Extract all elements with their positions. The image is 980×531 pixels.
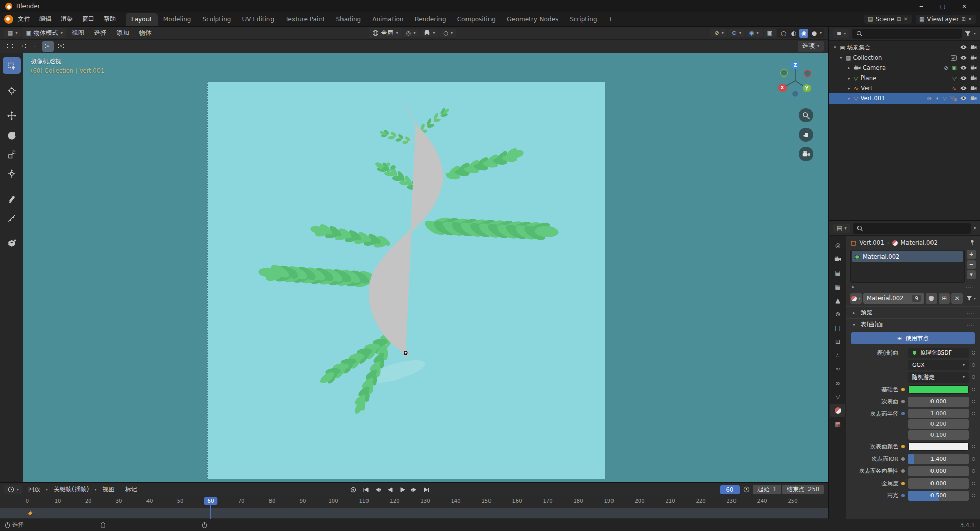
- base-color-swatch[interactable]: [908, 385, 969, 394]
- tab-sculpting[interactable]: Sculpting: [197, 13, 236, 26]
- decorator-dot[interactable]: [972, 412, 975, 415]
- users-count[interactable]: 9: [912, 295, 921, 302]
- xray-toggle[interactable]: ▣: [764, 29, 776, 37]
- specular-slider[interactable]: 0.500: [908, 491, 969, 501]
- frame-start-field[interactable]: 起始1: [753, 485, 781, 494]
- timeline-menu-view[interactable]: 视图: [97, 484, 119, 495]
- decorator-dot[interactable]: [972, 469, 975, 473]
- breadcrumb-object[interactable]: Vert.001: [859, 239, 884, 246]
- hide-icon[interactable]: [960, 75, 967, 81]
- anim-indicator[interactable]: [901, 482, 905, 485]
- properties-options-caret[interactable]: ▾: [974, 226, 976, 231]
- tab-geometry-nodes[interactable]: Geometry Nodes: [501, 13, 564, 26]
- menu-select[interactable]: 选择: [90, 27, 111, 39]
- menu-window[interactable]: 窗口: [78, 13, 99, 25]
- scene-unlink-icon[interactable]: ✕: [903, 16, 908, 22]
- hide-icon[interactable]: [960, 55, 967, 60]
- properties-search-input[interactable]: [853, 223, 971, 234]
- menu-view[interactable]: 视图: [67, 27, 89, 39]
- sss-ior-slider[interactable]: 1.400: [908, 454, 969, 464]
- scene-new-icon[interactable]: ⊞: [897, 16, 901, 22]
- gizmos-dropdown[interactable]: ⊕▾: [728, 29, 745, 37]
- render-toggle-icon[interactable]: [970, 75, 977, 81]
- material-slot-list[interactable]: Material.002: [850, 250, 965, 283]
- fake-user-button[interactable]: [926, 293, 937, 304]
- zoom-button[interactable]: [799, 108, 813, 122]
- hide-icon[interactable]: [960, 65, 967, 70]
- select-subtract-button[interactable]: −: [30, 41, 41, 52]
- viewport-canvas[interactable]: 摄像机透视 (60) Collection | Vert.001 Z X: [23, 53, 828, 482]
- close-button[interactable]: ✕: [953, 0, 975, 12]
- sss-method-dropdown[interactable]: 随机游走▾: [908, 372, 969, 383]
- copy-material-button[interactable]: ⊞: [939, 293, 950, 304]
- axis-y[interactable]: Y: [803, 84, 811, 92]
- breadcrumb-material[interactable]: Material.002: [901, 239, 938, 246]
- radius-x-field[interactable]: 1.000: [908, 409, 969, 418]
- tab-physics[interactable]: ≈: [830, 363, 845, 375]
- axis-z[interactable]: Z: [791, 61, 799, 69]
- proportional-edit-toggle[interactable]: ○▾: [439, 29, 456, 37]
- render-toggle-icon[interactable]: [970, 55, 977, 60]
- viewlayer-new-icon[interactable]: ⊞: [961, 16, 965, 22]
- select-invert-button[interactable]: ∗: [42, 41, 54, 52]
- next-keyframe-button[interactable]: [409, 485, 420, 494]
- tool-transform[interactable]: [3, 165, 21, 182]
- tab-uv-editing[interactable]: UV Editing: [236, 13, 280, 26]
- add-slot-button[interactable]: +: [967, 250, 976, 259]
- outliner-options-caret[interactable]: ▾: [974, 31, 976, 36]
- outliner-row-vert[interactable]: ▸ ∿ Vert ∿: [829, 83, 980, 93]
- outliner-row-scene-collection[interactable]: ▾ ▣ 场景集合: [829, 42, 980, 53]
- tab-material[interactable]: [830, 404, 845, 417]
- tool-rotate[interactable]: [3, 127, 21, 143]
- tab-tool[interactable]: ◎: [830, 239, 845, 251]
- menu-file[interactable]: 文件: [13, 13, 35, 25]
- anim-indicator[interactable]: [901, 469, 905, 473]
- axis-neg-y[interactable]: [781, 70, 788, 77]
- outliner-search-input[interactable]: [852, 29, 962, 39]
- tab-particles[interactable]: ∴: [830, 349, 845, 362]
- properties-editor-type-button[interactable]: ▤▾: [833, 224, 850, 233]
- metallic-slider[interactable]: 0.000: [908, 478, 969, 489]
- timeline-editor-type-button[interactable]: ▾: [4, 485, 22, 494]
- anim-indicator[interactable]: [901, 412, 905, 415]
- outliner-editor-type-button[interactable]: ≡▾: [833, 29, 849, 38]
- overlays-dropdown[interactable]: ◉▾: [746, 29, 763, 37]
- editor-type-button[interactable]: ▦▾: [4, 29, 21, 37]
- pan-button[interactable]: [799, 128, 813, 142]
- scene-selector[interactable]: ▤ Scene ⊞ ✕: [864, 15, 912, 24]
- play-button[interactable]: [397, 485, 408, 494]
- prev-keyframe-button[interactable]: [372, 485, 383, 494]
- pivot-point-dropdown[interactable]: ◎▾: [403, 29, 420, 37]
- tab-modeling[interactable]: Modeling: [158, 13, 197, 26]
- exclude-checkbox[interactable]: ✓: [951, 55, 957, 61]
- decorator-dot[interactable]: [972, 375, 975, 379]
- slot-list-expander[interactable]: ▸ ∷∷: [846, 283, 980, 291]
- playhead-badge[interactable]: 60: [204, 497, 217, 505]
- snap-toggle[interactable]: ▾: [420, 29, 438, 37]
- tool-scale[interactable]: [3, 146, 21, 163]
- render-toggle-icon[interactable]: [970, 86, 977, 91]
- outliner-row-plane[interactable]: ▸ ▽ Plane ▽: [829, 73, 980, 83]
- current-frame-field[interactable]: 60: [720, 485, 740, 494]
- menu-object[interactable]: 物体: [135, 27, 156, 39]
- decorator-dot[interactable]: [972, 445, 975, 448]
- anim-indicator[interactable]: [901, 388, 905, 391]
- radius-y-field[interactable]: 0.200: [908, 419, 969, 429]
- tab-scene[interactable]: ▲: [830, 294, 845, 307]
- tab-object[interactable]: □: [830, 321, 845, 334]
- timeline-menu-keying[interactable]: 关键帧(插帧): [49, 484, 93, 495]
- menu-render[interactable]: 渲染: [56, 13, 78, 25]
- timeline-track[interactable]: [0, 508, 828, 518]
- play-reverse-button[interactable]: [384, 485, 396, 494]
- mode-dropdown[interactable]: ▣物体模式▾: [22, 28, 66, 38]
- surface-shader-field[interactable]: 原理化BSDF: [908, 348, 969, 358]
- timeline-menu-playback[interactable]: 回放: [23, 484, 45, 495]
- jump-to-start-button[interactable]: path{fill:#c4c4c4;stroke:#c4c4c4}: [360, 485, 371, 494]
- viewlayer-selector[interactable]: ▦ ViewLayer ⊞ ✕: [916, 15, 976, 24]
- empty-axes-gizmo[interactable]: [401, 348, 410, 358]
- decorator-dot[interactable]: [972, 363, 975, 367]
- timeline-body[interactable]: 0102030405060708090100110120130140150160…: [0, 496, 828, 519]
- tool-measure[interactable]: [3, 210, 21, 226]
- tab-texture[interactable]: ▦: [830, 418, 845, 431]
- add-workspace-button[interactable]: +: [603, 13, 619, 26]
